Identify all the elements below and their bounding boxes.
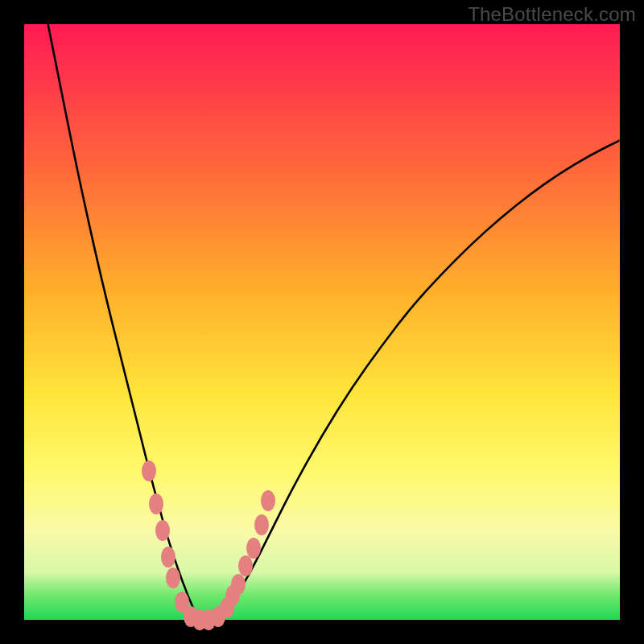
bottleneck-curve-path (48, 24, 620, 619)
curve-marker (254, 514, 269, 535)
curve-marker (149, 493, 163, 514)
curve-marker (231, 574, 246, 595)
curve-marker (142, 460, 156, 481)
curve-marker (155, 520, 170, 541)
bottleneck-curve-svg (24, 24, 620, 620)
watermark-text: TheBottleneck.com (468, 3, 636, 26)
curve-marker (261, 490, 275, 511)
curve-marker (246, 538, 261, 559)
curve-marker (166, 568, 180, 588)
curve-marker (238, 555, 253, 576)
curve-marker (161, 547, 175, 568)
